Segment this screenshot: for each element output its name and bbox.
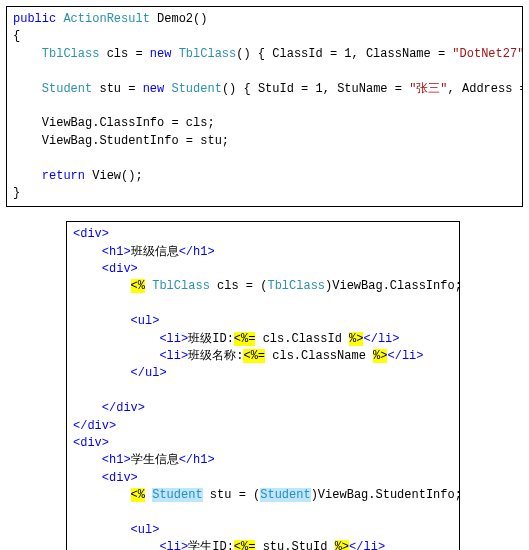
kw-return: return	[42, 169, 85, 183]
type-student-selected: Student	[152, 488, 202, 502]
str-dotnet: "DotNet27"	[452, 47, 523, 61]
paren-empty: ()	[193, 12, 207, 26]
label-stuid: 学生ID:	[188, 540, 234, 550]
kw-new: new	[150, 47, 172, 61]
h1-class-label: 班级信息	[131, 245, 179, 259]
type-tblclass: TblClass	[42, 47, 100, 61]
type-actionresult: ActionResult	[63, 12, 149, 26]
asp-open: <%	[131, 279, 145, 293]
kw-public: public	[13, 12, 56, 26]
brace-open: {	[13, 29, 20, 43]
view-code-block: <div> <h1>班级信息</h1> <div> <% TblClass cl…	[66, 221, 460, 550]
method-name: Demo2	[157, 12, 193, 26]
csharp-code-block: public ActionResult Demo2() { TblClass c…	[6, 6, 523, 207]
viewbag-studentinfo: ViewBag.StudentInfo = stu;	[42, 134, 229, 148]
h1-student-label: 学生信息	[131, 453, 179, 467]
label-classname: 班级名称:	[188, 349, 243, 363]
var-cls: cls	[107, 47, 129, 61]
var-stu: stu	[99, 82, 121, 96]
type-student: Student	[42, 82, 92, 96]
str-zhangsan: "张三"	[409, 82, 447, 96]
brace-close: }	[13, 186, 20, 200]
label-classid: 班级ID:	[188, 332, 234, 346]
viewbag-classinfo: ViewBag.ClassInfo = cls;	[42, 116, 215, 130]
